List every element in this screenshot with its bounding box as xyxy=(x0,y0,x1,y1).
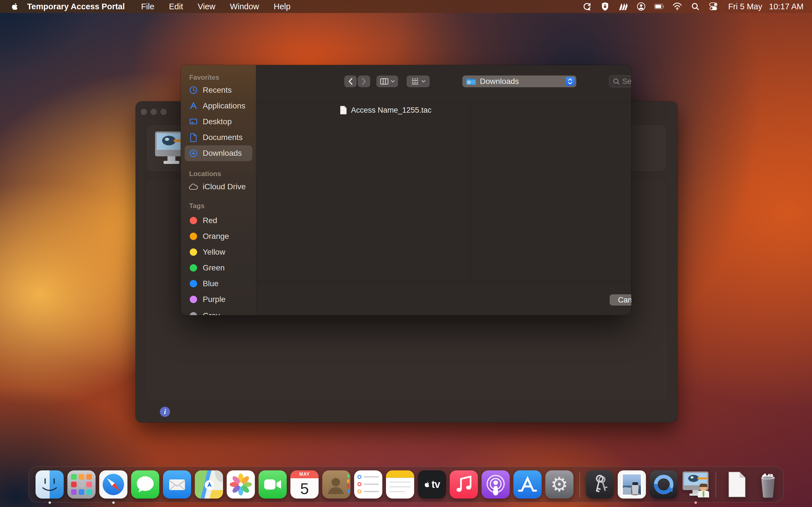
running-indicator xyxy=(112,501,115,504)
minimize-button[interactable] xyxy=(151,109,157,115)
battery-icon[interactable] xyxy=(654,2,664,11)
dock-item-messages[interactable] xyxy=(131,470,159,499)
dock-item-app-store[interactable] xyxy=(513,470,542,499)
location-dropdown[interactable]: Downloads xyxy=(462,75,576,87)
user-sync-icon[interactable] xyxy=(582,2,592,11)
reminders-icon xyxy=(354,470,382,499)
menubar-time[interactable]: 10:17 AM xyxy=(769,2,804,11)
dock: MAY 5 tv xyxy=(29,466,783,503)
control-center-icon[interactable] xyxy=(709,2,718,11)
menu-help[interactable]: Help xyxy=(267,2,297,11)
column-view-button[interactable] xyxy=(376,75,398,87)
sidebar-tag-orange[interactable]: Orange xyxy=(185,228,252,244)
download-circle-icon xyxy=(189,149,198,158)
dialog-sidebar: Favorites Recents Applications Desktop D… xyxy=(181,65,256,315)
sidebar-item-documents[interactable]: Documents xyxy=(185,129,252,145)
dock-item-photo-utility[interactable] xyxy=(618,470,646,499)
desktop-icon xyxy=(189,117,198,126)
group-view-button[interactable] xyxy=(407,75,430,87)
sidebar-item-desktop[interactable]: Desktop xyxy=(185,114,252,129)
dock-item-reminders[interactable] xyxy=(354,470,382,499)
dock-item-quicktime[interactable] xyxy=(650,470,678,499)
dock-item-document-file[interactable] xyxy=(722,470,750,499)
calendar-icon: MAY 5 xyxy=(290,470,319,499)
menu-app-name[interactable]: Temporary Access Portal xyxy=(27,2,125,11)
document-file-icon xyxy=(722,470,750,499)
info-button[interactable]: i xyxy=(160,407,170,417)
tv-label: tv xyxy=(432,478,440,490)
clock-icon xyxy=(189,86,198,95)
dock-item-calendar[interactable]: MAY 5 xyxy=(290,470,319,499)
sidebar-item-recents[interactable]: Recents xyxy=(185,82,252,98)
settings-gear-icon: ⚙ xyxy=(545,470,573,499)
dock-item-apple-tv[interactable]: tv xyxy=(418,470,446,499)
dock-item-podcasts[interactable] xyxy=(481,470,510,499)
zoom-button[interactable] xyxy=(160,109,167,115)
dock-item-trash[interactable] xyxy=(754,470,782,499)
spotlight-search-icon[interactable] xyxy=(691,2,700,11)
chevron-right-icon xyxy=(361,78,367,85)
back-button[interactable] xyxy=(344,75,357,87)
photos-icon xyxy=(227,470,255,499)
group-view-icon xyxy=(411,77,419,86)
peaks-logo-icon[interactable] xyxy=(618,2,628,11)
menu-view[interactable]: View xyxy=(192,2,221,11)
dock-item-keychain-access[interactable] xyxy=(586,470,614,499)
photo-utility-icon xyxy=(618,470,646,499)
dock-item-photos[interactable] xyxy=(227,470,255,499)
sidebar-item-downloads[interactable]: Downloads xyxy=(185,145,252,161)
search-input[interactable] xyxy=(622,77,631,86)
dock-item-temporary-access-portal[interactable] xyxy=(681,470,710,499)
downloads-folder-icon xyxy=(466,77,476,86)
sidebar-tag-purple[interactable]: Purple xyxy=(185,291,252,307)
quicktime-icon xyxy=(650,470,678,499)
finder-icon xyxy=(36,470,64,499)
user-circle-icon[interactable] xyxy=(637,2,646,11)
blue-tag-dot xyxy=(190,280,197,287)
footer-divider xyxy=(256,282,631,282)
wifi-icon[interactable] xyxy=(672,2,682,11)
sidebar-tag-yellow[interactable]: Yellow xyxy=(185,244,252,260)
toolbar-divider xyxy=(256,102,631,102)
file-row[interactable]: Access Name_1255.tac xyxy=(340,104,464,116)
sidebar-tag-blue[interactable]: Blue xyxy=(185,276,252,291)
dock-item-system-settings[interactable]: ⚙ xyxy=(545,470,573,499)
dock-item-facetime[interactable] xyxy=(259,470,287,499)
sidebar-tag-green[interactable]: Green xyxy=(185,260,252,276)
notes-icon xyxy=(386,470,414,499)
menu-bar: Temporary Access Portal File Edit View W… xyxy=(0,0,812,13)
sidebar-tag-red[interactable]: Red xyxy=(185,213,252,228)
forward-button[interactable] xyxy=(358,75,370,87)
dock-item-mail[interactable] xyxy=(163,470,191,499)
dock-item-launchpad[interactable] xyxy=(67,470,96,499)
shield-lock-icon[interactable] xyxy=(600,2,610,11)
column-view-icon xyxy=(380,78,389,85)
dock-item-music[interactable] xyxy=(450,470,478,499)
dock-item-safari[interactable] xyxy=(99,470,128,499)
dock-item-finder[interactable] xyxy=(36,470,64,499)
menubar-date[interactable]: Fri 5 May xyxy=(728,2,762,11)
running-indicator xyxy=(49,501,51,504)
open-file-dialog: Favorites Recents Applications Desktop D… xyxy=(181,65,631,315)
sidebar-tag-grey[interactable]: Grey xyxy=(185,308,252,315)
sidebar-item-icloud-drive[interactable]: iCloud Drive xyxy=(185,179,252,194)
temporary-access-portal-icon xyxy=(682,471,709,497)
dock-item-maps[interactable] xyxy=(195,470,223,499)
chevron-down-icon xyxy=(391,80,395,83)
maps-icon xyxy=(195,470,223,499)
sidebar-section-locations: Locations xyxy=(189,170,221,178)
music-icon xyxy=(450,470,478,499)
cancel-button[interactable]: Cancel xyxy=(610,294,631,305)
chevron-left-icon xyxy=(348,78,353,85)
dock-item-notes[interactable] xyxy=(386,470,414,499)
apple-menu[interactable] xyxy=(10,1,20,12)
dock-item-contacts[interactable] xyxy=(322,470,350,499)
sidebar-item-applications[interactable]: Applications xyxy=(185,98,252,114)
close-button[interactable] xyxy=(141,109,147,115)
menu-file[interactable]: File xyxy=(135,2,161,11)
menu-window[interactable]: Window xyxy=(224,2,265,11)
chevron-down-icon xyxy=(421,80,425,83)
dock-divider xyxy=(579,471,580,497)
menu-edit[interactable]: Edit xyxy=(163,2,189,11)
search-field[interactable] xyxy=(609,75,631,87)
